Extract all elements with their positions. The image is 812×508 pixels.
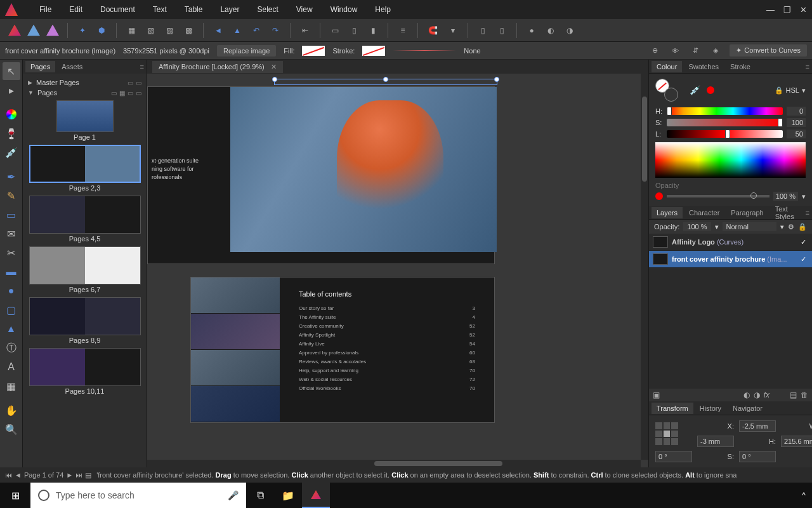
textwrap-none-icon[interactable]: ▭ bbox=[327, 22, 343, 39]
rotate-cw-icon[interactable]: ↷ bbox=[267, 22, 284, 39]
stroke-weight-value[interactable]: None bbox=[464, 47, 480, 55]
panel-menu-icon[interactable]: ≡ bbox=[140, 63, 144, 70]
convert-to-curves-button[interactable]: ✦Convert to Curves bbox=[730, 44, 807, 57]
layer-lock-icon[interactable]: 🔒 bbox=[798, 223, 807, 231]
last-page-button[interactable]: ⏭ bbox=[75, 471, 82, 479]
colour-mode-select[interactable]: HSL bbox=[786, 86, 799, 94]
addon-icon[interactable]: ⬢ bbox=[93, 22, 110, 39]
flip-vertical-icon[interactable]: ▲ bbox=[229, 22, 246, 39]
tab-assets[interactable]: Assets bbox=[56, 61, 88, 72]
task-view-icon[interactable]: ⧉ bbox=[246, 483, 274, 508]
pan-tool[interactable]: ✋ bbox=[3, 401, 20, 419]
tab-stroke[interactable]: Stroke bbox=[725, 61, 756, 72]
add-layer-icon[interactable]: ▤ bbox=[790, 391, 797, 399]
ellipse-tool[interactable]: ● bbox=[3, 282, 20, 300]
snapping-menu-icon[interactable]: ▾ bbox=[445, 22, 461, 39]
snapping-icon[interactable]: 🧲 bbox=[424, 22, 441, 39]
tab-transform[interactable]: Transform bbox=[652, 403, 693, 414]
adjustment-icon[interactable]: ◑ bbox=[754, 391, 760, 399]
place-image-tool[interactable]: ▭ bbox=[3, 206, 20, 224]
canvas-v-scrollbar[interactable] bbox=[641, 74, 648, 460]
page-thumb[interactable] bbox=[29, 246, 141, 284]
document-tab[interactable]: Affinity Brochure [Locked] (29.9%) ✕ bbox=[152, 61, 283, 73]
boolean-subtract-icon[interactable]: ◐ bbox=[542, 22, 559, 39]
rectangle-tool[interactable]: ▬ bbox=[3, 263, 20, 281]
spread-4-5[interactable]: Table of contents Our story so far3The A… bbox=[190, 277, 495, 423]
page-thumb[interactable] bbox=[29, 348, 141, 386]
crop-tool[interactable]: ✂ bbox=[3, 244, 20, 262]
boolean-add-icon[interactable]: ● bbox=[523, 22, 540, 39]
textwrap-square-icon[interactable]: ▯ bbox=[346, 22, 362, 39]
fill-tool[interactable]: 🍷 bbox=[3, 124, 20, 142]
prev-page-button[interactable]: ◄ bbox=[15, 471, 22, 479]
tab-swatches[interactable]: Swatches bbox=[683, 61, 724, 72]
master-pages-section[interactable]: ▶Master Pages ▭▭ bbox=[25, 77, 144, 88]
layer-row[interactable]: Affinity Logo (Curves)✓ bbox=[649, 234, 812, 251]
transform-s-field[interactable] bbox=[739, 451, 776, 462]
artistic-text-tool[interactable]: A bbox=[3, 358, 20, 376]
transform-r-field[interactable] bbox=[655, 451, 692, 462]
pencil-tool[interactable]: ✎ bbox=[3, 187, 20, 204]
table-tool[interactable]: ▦ bbox=[3, 377, 20, 395]
mask-icon[interactable]: ◐ bbox=[743, 391, 750, 399]
cycle-select-icon[interactable]: ⇵ bbox=[689, 44, 702, 57]
page-thumb[interactable] bbox=[29, 297, 141, 335]
menu-text[interactable]: Text bbox=[144, 0, 176, 19]
canvas[interactable]: xt-generation suite ning software for ro… bbox=[147, 74, 648, 467]
persona-photo-icon[interactable] bbox=[44, 22, 61, 39]
saturation-slider[interactable] bbox=[667, 119, 783, 126]
layers-panel-menu-icon[interactable]: ≡ bbox=[806, 209, 809, 217]
align-left-icon[interactable]: ⇤ bbox=[297, 22, 313, 39]
tab-layers[interactable]: Layers bbox=[652, 207, 683, 218]
layer-row[interactable]: front cover affinity brochure (Ima...✓ bbox=[649, 251, 812, 268]
boolean-intersect-icon[interactable]: ◑ bbox=[561, 22, 578, 39]
delete-layer-icon[interactable]: 🗑 bbox=[801, 391, 808, 399]
menu-window[interactable]: Window bbox=[322, 0, 367, 19]
zoom-tool[interactable]: 🔍 bbox=[3, 420, 20, 438]
menu-view[interactable]: View bbox=[287, 0, 322, 19]
rounded-rect-tool[interactable]: ▢ bbox=[3, 301, 20, 319]
blend-mode-select[interactable]: Normal bbox=[723, 222, 776, 231]
arrange-front-icon[interactable]: ▩ bbox=[180, 22, 197, 39]
menu-document[interactable]: Document bbox=[91, 0, 144, 19]
layer-group-icon[interactable]: ▣ bbox=[653, 391, 660, 399]
fill-stroke-selector[interactable] bbox=[655, 79, 678, 102]
taskbar-search[interactable]: Type here to search 🎤 bbox=[30, 483, 246, 508]
rotate-ccw-icon[interactable]: ↶ bbox=[248, 22, 265, 39]
transform-x-field[interactable] bbox=[739, 420, 776, 432]
file-explorer-icon[interactable]: 📁 bbox=[274, 483, 302, 508]
node-tool[interactable]: ▸ bbox=[3, 81, 20, 99]
menu-select[interactable]: Select bbox=[248, 0, 287, 19]
menu-help[interactable]: Help bbox=[366, 0, 400, 19]
transform-h-field[interactable] bbox=[781, 436, 812, 447]
transform-origin-icon[interactable]: ◈ bbox=[709, 44, 722, 57]
close-button[interactable]: ✕ bbox=[800, 5, 807, 15]
triangle-tool[interactable]: ▲ bbox=[3, 320, 20, 338]
replace-image-button[interactable]: Replace image bbox=[217, 45, 276, 57]
anchor-picker[interactable] bbox=[655, 422, 678, 445]
arrange-back-icon[interactable]: ▦ bbox=[123, 22, 140, 39]
page-thumb[interactable] bbox=[29, 145, 141, 183]
page-thumb[interactable] bbox=[56, 100, 114, 132]
first-page-button[interactable]: ⏮ bbox=[5, 471, 12, 479]
fx-icon[interactable]: fx bbox=[764, 391, 769, 399]
page-thumb[interactable] bbox=[29, 196, 141, 234]
persona-designer-icon[interactable] bbox=[25, 22, 42, 39]
canvas-h-scrollbar[interactable] bbox=[147, 460, 641, 467]
pages-section[interactable]: ▼Pages ▭▦▭▭ bbox=[25, 88, 144, 98]
textwrap-tight-icon[interactable]: ▮ bbox=[365, 22, 381, 39]
lightness-slider[interactable] bbox=[667, 130, 783, 138]
eyedropper-tool[interactable]: 💉 bbox=[3, 144, 20, 161]
tab-pages[interactable]: Pages bbox=[25, 61, 55, 72]
system-tray[interactable]: ^ bbox=[796, 491, 812, 500]
menu-edit[interactable]: Edit bbox=[60, 0, 91, 19]
tab-text-styles[interactable]: Text Styles bbox=[770, 203, 804, 222]
layer-opacity-field[interactable]: 100 % bbox=[683, 222, 710, 231]
tab-paragraph[interactable]: Paragraph bbox=[726, 207, 768, 218]
lock-icon[interactable]: ▯ bbox=[475, 22, 491, 39]
unlock-icon[interactable]: ▯ bbox=[494, 22, 510, 39]
document-tab-close[interactable]: ✕ bbox=[271, 63, 277, 71]
opacity-slider[interactable] bbox=[667, 195, 769, 197]
pen-tool[interactable]: ✒ bbox=[3, 168, 20, 185]
colour-picker-tool[interactable] bbox=[3, 105, 20, 123]
